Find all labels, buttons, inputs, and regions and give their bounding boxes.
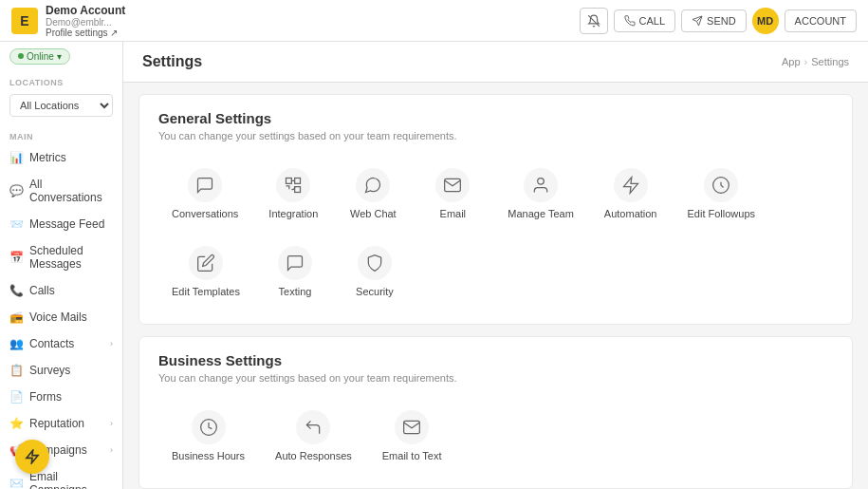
- notification-icon-btn[interactable]: [580, 8, 608, 34]
- settings-item-email-to-text[interactable]: Email to Text: [369, 399, 455, 473]
- sidebar-item-scheduled-messages[interactable]: 📅 Scheduled Messages: [0, 237, 122, 277]
- email-settings-icon: [435, 168, 470, 202]
- breadcrumb: App › Settings: [782, 56, 849, 67]
- breadcrumb-settings: Settings: [811, 56, 849, 67]
- breadcrumb-app: App: [782, 56, 801, 67]
- general-settings-title: General Settings: [158, 110, 833, 126]
- fab-button[interactable]: [15, 440, 49, 474]
- account-name: Demo Account: [46, 4, 125, 17]
- online-dot: [18, 53, 24, 59]
- sidebar-online-section: Online ▾: [0, 42, 122, 70]
- business-settings-title: Business Settings: [158, 352, 833, 368]
- business-settings-subtitle: You can change your settings based on yo…: [158, 372, 833, 384]
- business-settings-grid: Business Hours Auto Responses Email to T…: [158, 399, 833, 473]
- settings-item-edit-followups[interactable]: Edit Followups: [674, 157, 769, 231]
- settings-item-automation[interactable]: Automation: [591, 157, 671, 231]
- send-label: SEND: [707, 15, 736, 27]
- general-settings-subtitle: You can change your settings based on yo…: [158, 130, 833, 141]
- conversations-settings-icon: [188, 168, 222, 202]
- sidebar-item-label: Surveys: [29, 364, 70, 377]
- business-hours-settings-label: Business Hours: [172, 450, 245, 461]
- conversations-settings-label: Conversations: [172, 208, 238, 219]
- sidebar-item-label: Message Feed: [29, 217, 104, 231]
- edit-followups-settings-label: Edit Followups: [688, 208, 756, 219]
- surveys-icon: 📋: [9, 364, 23, 377]
- sidebar-item-forms[interactable]: 📄 Forms: [0, 384, 122, 410]
- sidebar-item-surveys[interactable]: 📋 Surveys: [0, 357, 122, 384]
- breadcrumb-separator: ›: [804, 56, 808, 67]
- main-layout: Online ▾ LOCATIONS All Locations MAIN 📊 …: [0, 42, 868, 489]
- sidebar-item-metrics[interactable]: 📊 Metrics: [0, 144, 122, 171]
- call-button[interactable]: CALL: [614, 9, 676, 32]
- sidebar-item-label: Email Campaigns: [29, 470, 113, 490]
- sidebar-item-contacts[interactable]: 👥 Contacts ›: [0, 330, 122, 357]
- user-avatar[interactable]: MD: [752, 8, 779, 34]
- automation-settings-label: Automation: [604, 208, 657, 219]
- contacts-icon: 👥: [9, 337, 23, 350]
- settings-item-security[interactable]: Security: [337, 235, 413, 309]
- account-email: Demo@emblr...: [46, 17, 125, 28]
- general-settings-section: General Settings You can change your set…: [139, 94, 853, 325]
- settings-item-edit-templates[interactable]: Edit Templates: [158, 235, 253, 309]
- sidebar-item-label: Metrics: [29, 151, 66, 164]
- voicemail-icon: 📻: [9, 310, 23, 324]
- sidebar-item-label: Reputation: [29, 417, 84, 430]
- security-settings-icon: [358, 246, 392, 280]
- settings-item-integration[interactable]: Integration: [255, 157, 331, 231]
- location-select[interactable]: All Locations: [9, 94, 113, 117]
- profile-link[interactable]: Profile settings ↗: [46, 28, 125, 38]
- sidebar-item-message-feed[interactable]: 📨 Message Feed: [0, 211, 122, 237]
- page-title: Settings: [142, 53, 202, 70]
- sidebar-item-label: Voice Mails: [29, 310, 87, 324]
- sidebar-item-reputation[interactable]: ⭐ Reputation ›: [0, 410, 122, 437]
- sidebar-item-label: All Conversations: [29, 178, 113, 204]
- svg-rect-5: [295, 187, 301, 193]
- settings-item-texting[interactable]: Texting: [257, 235, 333, 309]
- chevron-right-icon: ›: [110, 445, 113, 455]
- settings-item-auto-responses[interactable]: Auto Responses: [262, 399, 365, 473]
- auto-responses-settings-icon: [296, 410, 330, 444]
- svg-rect-3: [286, 179, 292, 184]
- calls-icon: 📞: [9, 284, 23, 297]
- business-settings-section: Business Settings You can change your se…: [139, 336, 853, 489]
- web-chat-settings-label: Web Chat: [350, 208, 397, 219]
- svg-point-6: [538, 179, 545, 185]
- svg-rect-4: [295, 179, 301, 184]
- web-chat-settings-icon: [356, 168, 390, 202]
- scheduled-icon: 📅: [9, 251, 23, 264]
- conversations-icon: 💬: [9, 184, 23, 197]
- email-campaigns-icon: ✉️: [9, 477, 23, 490]
- manage-team-settings-icon: [524, 168, 558, 202]
- sidebar: Online ▾ LOCATIONS All Locations MAIN 📊 …: [0, 42, 123, 489]
- forms-icon: 📄: [9, 390, 23, 404]
- chevron-right-icon: ›: [110, 339, 113, 348]
- sidebar-item-label: Contacts: [29, 337, 74, 350]
- manage-team-settings-label: Manage Team: [508, 208, 574, 219]
- app-logo: E: [11, 8, 38, 34]
- content-area: Settings App › Settings General Settings…: [123, 42, 868, 489]
- integration-settings-icon: [276, 168, 310, 202]
- settings-item-web-chat[interactable]: Web Chat: [335, 157, 411, 231]
- settings-item-conversations[interactable]: Conversations: [158, 157, 251, 231]
- security-settings-label: Security: [356, 286, 394, 297]
- send-button[interactable]: SEND: [681, 9, 747, 32]
- auto-responses-settings-label: Auto Responses: [275, 450, 352, 461]
- call-label: CALL: [639, 15, 666, 27]
- automation-settings-icon: [614, 168, 648, 202]
- settings-item-business-hours[interactable]: Business Hours: [158, 399, 258, 473]
- settings-item-manage-team[interactable]: Manage Team: [494, 157, 587, 231]
- message-feed-icon: 📨: [9, 217, 23, 231]
- main-section-label: MAIN: [0, 124, 122, 144]
- account-button[interactable]: ACCOUNT: [785, 9, 857, 32]
- settings-item-email[interactable]: Email: [415, 157, 490, 231]
- email-to-text-settings-icon: [395, 410, 429, 444]
- sidebar-item-label: Scheduled Messages: [29, 244, 113, 271]
- texting-settings-icon: [278, 246, 312, 280]
- sidebar-item-all-conversations[interactable]: 💬 All Conversations: [0, 171, 122, 211]
- sidebar-item-voice-mails[interactable]: 📻 Voice Mails: [0, 304, 122, 330]
- texting-settings-label: Texting: [279, 286, 312, 297]
- online-status-badge[interactable]: Online ▾: [9, 48, 70, 65]
- locations-selector: All Locations: [0, 90, 122, 124]
- topbar-left: E Demo Account Demo@emblr... Profile set…: [11, 4, 125, 38]
- sidebar-item-calls[interactable]: 📞 Calls: [0, 277, 122, 304]
